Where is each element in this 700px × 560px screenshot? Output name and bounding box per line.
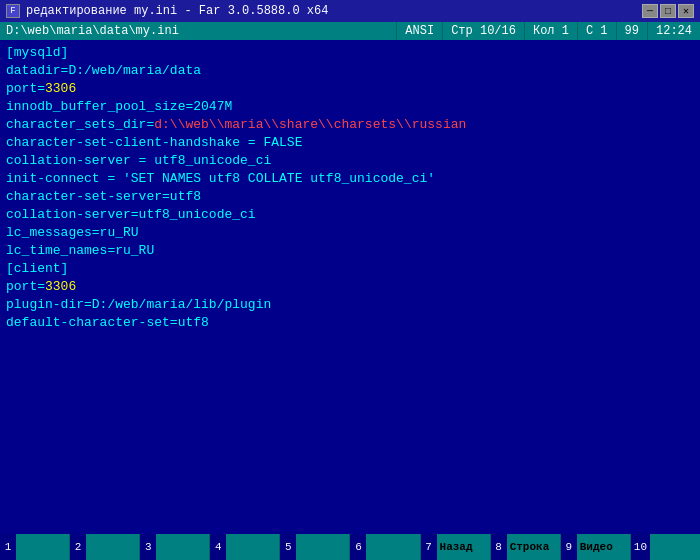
line-1: [mysqld] [6, 44, 694, 62]
line-9: character-set-server=utf8 [6, 188, 694, 206]
app-icon-text: F [10, 6, 15, 16]
fn3[interactable]: 3 [140, 534, 210, 560]
app-icon: F [6, 4, 20, 18]
statusbar-top: D:\web\maria\data\my.ini ANSI Стр 10/16 … [0, 22, 700, 40]
fn8-num: 8 [491, 534, 507, 560]
titlebar: F редактирование my.ini - Far 3.0.5888.0… [0, 0, 700, 22]
titlebar-left: F редактирование my.ini - Far 3.0.5888.0… [6, 4, 328, 18]
fn4-num: 4 [210, 534, 226, 560]
fnbar: 1 2 3 4 5 6 7 Назад 8 Строка 9 Видео 10 [0, 534, 700, 560]
titlebar-title: редактирование my.ini - Far 3.0.5888.0 x… [26, 4, 328, 18]
c-item: С 1 [577, 22, 616, 40]
line-2: datadir=D:/web/maria/data [6, 62, 694, 80]
line-10: collation-server=utf8_unicode_ci [6, 206, 694, 224]
fn9[interactable]: 9 Видео [561, 534, 631, 560]
fn1[interactable]: 1 [0, 534, 70, 560]
line-11: lc_messages=ru_RU [6, 224, 694, 242]
fn8-label: Строка [507, 541, 553, 553]
fn2-num: 2 [70, 534, 86, 560]
fn4[interactable]: 4 [210, 534, 280, 560]
fn10-num: 10 [631, 534, 650, 560]
fn9-label: Видео [577, 541, 616, 553]
time-item: 12:24 [647, 22, 700, 40]
line-6: character-set-client-handshake = FALSE [6, 134, 694, 152]
encoding-item: ANSI [396, 22, 442, 40]
status-items: ANSI Стр 10/16 Кол 1 С 1 99 12:24 [396, 22, 700, 40]
num-item: 99 [616, 22, 647, 40]
fn1-num: 1 [0, 534, 16, 560]
titlebar-controls: ─ □ ✕ [642, 4, 694, 18]
line-7: collation-server = utf8_unicode_ci [6, 152, 694, 170]
fn5[interactable]: 5 [280, 534, 350, 560]
close-button[interactable]: ✕ [678, 4, 694, 18]
minimize-button[interactable]: ─ [642, 4, 658, 18]
fn7-num: 7 [421, 534, 437, 560]
line-12: lc_time_names=ru_RU [6, 242, 694, 260]
fn8[interactable]: 8 Строка [491, 534, 561, 560]
fn2[interactable]: 2 [70, 534, 140, 560]
fn10[interactable]: 10 [631, 534, 700, 560]
line-4: innodb_buffer_pool_size=2047M [6, 98, 694, 116]
fn7-label: Назад [437, 541, 476, 553]
editor[interactable]: [mysqld] datadir=D:/web/maria/data port=… [0, 40, 700, 534]
line-3: port=3306 [6, 80, 694, 98]
fn7[interactable]: 7 Назад [421, 534, 491, 560]
line-13: [client] [6, 260, 694, 278]
line-8: init-connect = 'SET NAMES utf8 COLLATE u… [6, 170, 694, 188]
fn9-num: 9 [561, 534, 577, 560]
fn5-num: 5 [280, 534, 296, 560]
col-item: Кол 1 [524, 22, 577, 40]
file-path: D:\web\maria\data\my.ini [0, 24, 396, 38]
fn6-num: 6 [350, 534, 366, 560]
fn3-num: 3 [140, 534, 156, 560]
line-16: default-character-set=utf8 [6, 314, 694, 332]
maximize-button[interactable]: □ [660, 4, 676, 18]
line-5: character_sets_dir=d:\\web\\maria\\share… [6, 116, 694, 134]
line-15: plugin-dir=D:/web/maria/lib/plugin [6, 296, 694, 314]
fn6[interactable]: 6 [350, 534, 420, 560]
line-item: Стр 10/16 [442, 22, 524, 40]
line-14: port=3306 [6, 278, 694, 296]
